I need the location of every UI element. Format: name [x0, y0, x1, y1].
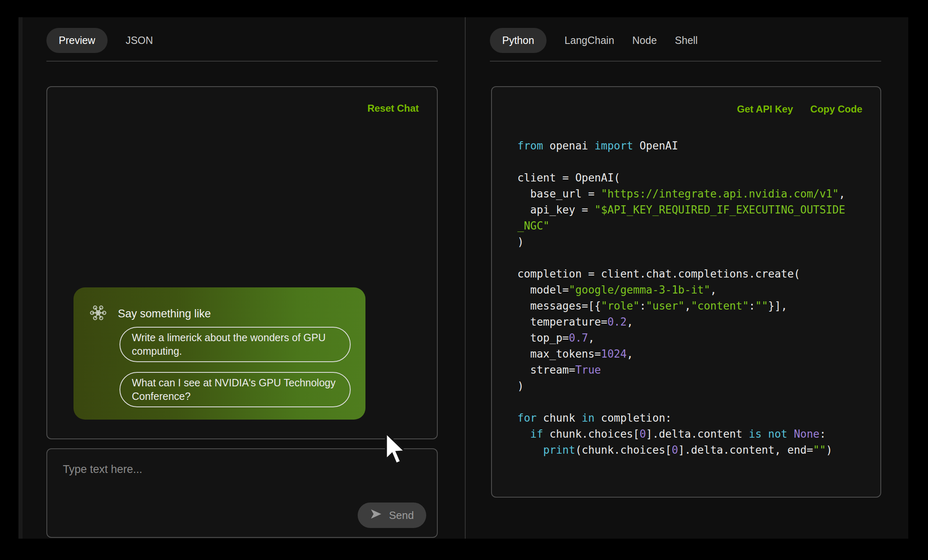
suggestion-gtc-button[interactable]: What can I see at NVIDIA's GPU Technolog…	[119, 372, 351, 407]
reset-chat-button[interactable]: Reset Chat	[368, 103, 419, 114]
send-button-label: Send	[389, 509, 414, 522]
tab-python[interactable]: Python	[490, 28, 547, 53]
preview-json-tabs: Preview JSON	[46, 28, 153, 53]
code-card-actions: Get API Key Copy Code	[737, 103, 862, 115]
tab-json[interactable]: JSON	[126, 28, 153, 53]
tabs-divider	[490, 61, 881, 62]
chat-panel: Reset Chat	[46, 86, 438, 439]
bot-message-header: Say something like	[74, 287, 365, 324]
playground-content: Preview JSON Reset Chat	[18, 17, 908, 539]
suggestion-limerick-button[interactable]: Write a limerick about the wonders of GP…	[119, 327, 351, 362]
preview-column: Preview JSON Reset Chat	[18, 17, 465, 539]
chat-text-input[interactable]	[63, 463, 350, 512]
copy-code-link[interactable]: Copy Code	[810, 103, 862, 115]
code-block: from openai import OpenAI client = OpenA…	[517, 138, 845, 458]
code-card: Get API Key Copy Code from openai import…	[491, 86, 881, 498]
send-icon	[370, 508, 382, 523]
tab-shell[interactable]: Shell	[675, 28, 698, 53]
bot-message-bubble: Say something like Write a limerick abou…	[74, 287, 365, 420]
tabs-divider	[46, 61, 438, 62]
get-api-key-link[interactable]: Get API Key	[737, 103, 793, 115]
message-composer: Send	[46, 448, 438, 538]
code-column: Python LangChain Node Shell Get API Key …	[466, 17, 908, 539]
language-tabs: Python LangChain Node Shell	[490, 28, 698, 53]
tab-langchain[interactable]: LangChain	[565, 28, 614, 53]
send-button[interactable]: Send	[358, 503, 426, 528]
tab-preview[interactable]: Preview	[46, 28, 108, 53]
bot-message-title: Say something like	[118, 308, 211, 320]
molecule-icon	[89, 304, 107, 324]
app-window: Preview JSON Reset Chat	[0, 0, 928, 560]
tab-node[interactable]: Node	[632, 28, 657, 53]
